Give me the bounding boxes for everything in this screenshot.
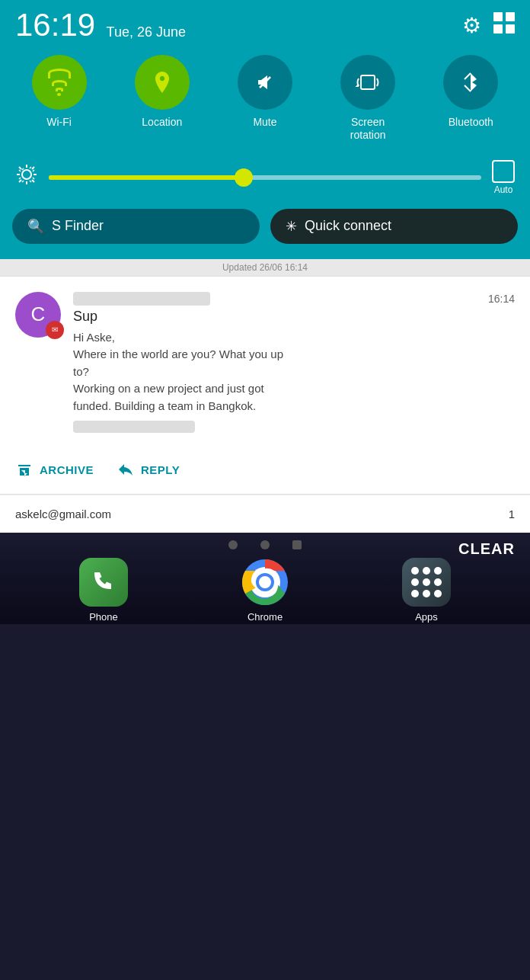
mute-toggle[interactable]: Mute bbox=[223, 55, 307, 142]
mute-label: Mute bbox=[253, 116, 276, 129]
svg-rect-0 bbox=[493, 12, 503, 21]
location-toggle[interactable]: Location bbox=[120, 55, 204, 142]
location-circle bbox=[135, 55, 190, 110]
apps-dot-1 bbox=[411, 567, 419, 575]
s-finder-button[interactable]: 🔍 S Finder bbox=[12, 209, 260, 244]
svg-point-20 bbox=[259, 576, 271, 588]
location-icon bbox=[149, 69, 175, 95]
archive-label: ARCHIVE bbox=[40, 463, 94, 476]
blurred-footer-text bbox=[73, 421, 195, 433]
svg-rect-3 bbox=[506, 24, 515, 34]
apps-dot-6 bbox=[434, 578, 442, 586]
nav-right-square bbox=[292, 540, 302, 549]
svg-line-15 bbox=[19, 180, 21, 182]
avatar-wrap: C ✉ bbox=[15, 292, 61, 338]
wifi-icon bbox=[48, 69, 71, 96]
brightness-icon bbox=[15, 163, 38, 191]
mute-circle bbox=[238, 55, 292, 110]
apps-dot-7 bbox=[411, 590, 419, 597]
chrome-icon-bg bbox=[241, 558, 289, 607]
notification-content: 16:14 Sup Hi Aske, Where in the world ar… bbox=[73, 292, 515, 437]
brightness-row: Auto bbox=[0, 154, 530, 209]
phone-icon bbox=[90, 568, 117, 596]
screen-rotation-circle bbox=[340, 55, 395, 110]
quick-connect-label: Quick connect bbox=[305, 218, 391, 234]
apps-label: Apps bbox=[415, 611, 438, 623]
nav-middle-dot bbox=[260, 540, 270, 549]
clear-button[interactable]: CLEAR bbox=[458, 540, 515, 558]
location-label: Location bbox=[142, 116, 182, 129]
sun-icon bbox=[15, 163, 38, 186]
phone-icon-bg bbox=[79, 558, 128, 607]
reply-label: REPLY bbox=[141, 463, 180, 476]
svg-line-13 bbox=[32, 180, 34, 182]
status-icons: ⚙ bbox=[462, 12, 515, 39]
quick-connect-button[interactable]: ✳ Quick connect bbox=[270, 209, 518, 244]
body-line1: Hi Aske, bbox=[73, 331, 115, 344]
body-line2: Where in the world are you? What you up bbox=[73, 347, 283, 360]
notification-header: C ✉ 16:14 Sup Hi Aske, Where in the worl… bbox=[15, 292, 515, 437]
auto-brightness-toggle[interactable]: Auto bbox=[492, 160, 515, 195]
clock: 16:19 bbox=[15, 7, 95, 43]
auto-label: Auto bbox=[494, 184, 513, 195]
mute-icon bbox=[252, 69, 278, 95]
svg-rect-6 bbox=[361, 75, 375, 89]
body-line4: Working on a new project and just got bbox=[73, 382, 264, 395]
bluetooth-icon bbox=[458, 69, 484, 95]
settings-icon[interactable]: ⚙ bbox=[462, 13, 481, 38]
notification-panel: 16:19 Tue, 26 June ⚙ bbox=[0, 0, 530, 259]
apps-dot-3 bbox=[434, 567, 442, 575]
updated-bar: Updated 26/06 16:14 bbox=[0, 259, 530, 277]
body-line5: funded. Building a team in Bangkok. bbox=[73, 399, 256, 412]
apps-icon-bg bbox=[402, 558, 451, 607]
avatar-letter: C bbox=[31, 303, 46, 326]
wifi-label: Wi-Fi bbox=[46, 116, 72, 129]
notification-time: 16:14 bbox=[488, 293, 515, 305]
account-count: 1 bbox=[509, 508, 515, 520]
wifi-circle bbox=[32, 55, 87, 110]
reply-button[interactable]: REPLY bbox=[117, 460, 180, 479]
svg-rect-2 bbox=[493, 24, 503, 34]
grid-icon[interactable] bbox=[493, 12, 515, 39]
archive-button[interactable]: ARCHIVE bbox=[15, 460, 94, 479]
apps-dot-9 bbox=[434, 590, 442, 597]
phone-app-icon[interactable]: Phone bbox=[79, 558, 128, 623]
apps-app-icon[interactable]: Apps bbox=[402, 558, 451, 623]
brightness-fill bbox=[49, 175, 244, 180]
brightness-slider[interactable] bbox=[49, 175, 481, 180]
notification-card: C ✉ 16:14 Sup Hi Aske, Where in the worl… bbox=[0, 277, 530, 495]
apps-dots-grid bbox=[402, 558, 451, 607]
apps-dot-2 bbox=[423, 567, 430, 575]
date: Tue, 26 June bbox=[107, 24, 186, 40]
status-bar: 16:19 Tue, 26 June ⚙ bbox=[0, 0, 530, 47]
bluetooth-toggle[interactable]: Bluetooth bbox=[429, 55, 512, 142]
notification-top-row: 16:14 bbox=[73, 292, 515, 306]
svg-rect-1 bbox=[506, 12, 515, 21]
notification-subject: Sup bbox=[73, 309, 515, 325]
gmail-badge: ✉ bbox=[46, 321, 64, 339]
account-row[interactable]: askelc@gmail.com 1 bbox=[0, 495, 530, 533]
search-row: 🔍 S Finder ✳ Quick connect bbox=[0, 209, 530, 259]
rotation-icon bbox=[355, 69, 381, 95]
s-finder-label: S Finder bbox=[52, 218, 104, 234]
sender-name-blurred bbox=[73, 292, 210, 306]
wifi-toggle[interactable]: Wi-Fi bbox=[18, 55, 101, 142]
chrome-app-icon[interactable]: Chrome bbox=[241, 558, 289, 623]
reply-icon bbox=[117, 460, 135, 479]
chrome-icon bbox=[241, 558, 289, 607]
account-email: askelc@gmail.com bbox=[15, 508, 111, 520]
apps-dot-8 bbox=[423, 590, 430, 597]
body-line3: to? bbox=[73, 365, 89, 378]
phone-label: Phone bbox=[89, 611, 118, 623]
gmail-icon: ✉ bbox=[52, 325, 58, 334]
notification-actions: ARCHIVE REPLY bbox=[15, 451, 515, 479]
svg-line-14 bbox=[32, 167, 34, 169]
chrome-label: Chrome bbox=[247, 611, 283, 623]
bluetooth-label: Bluetooth bbox=[449, 116, 493, 129]
screen-rotation-toggle[interactable]: Screenrotation bbox=[326, 55, 410, 142]
brightness-thumb bbox=[235, 168, 253, 187]
taskbar: CLEAR Phone bbox=[0, 533, 530, 624]
status-time-date: 16:19 Tue, 26 June bbox=[15, 9, 186, 41]
notification-body: Hi Aske, Where in the world are you? Wha… bbox=[73, 329, 515, 415]
asterisk-icon: ✳ bbox=[286, 218, 297, 235]
